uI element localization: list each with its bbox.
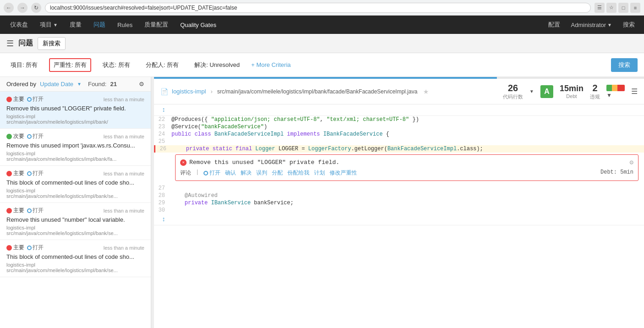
issue-header-2: 主要 打开 less than a minute	[6, 169, 144, 177]
search-button[interactable]: 搜索	[611, 58, 638, 72]
sort-label: Ordered by	[6, 81, 36, 87]
bookmark-button[interactable]: ☆	[606, 3, 616, 13]
open-label-1: 打开	[33, 132, 44, 140]
action-severity[interactable]: 修改严重性	[330, 169, 357, 177]
issue-item-3[interactable]: 主要 打开 less than a minute Remove this unu…	[0, 203, 151, 240]
issue-title-0: Remove this unused "LOGGER" private fiel…	[6, 105, 144, 112]
issue-item-0[interactable]: 主要 打开 less than a minute Remove this unu…	[0, 92, 151, 129]
sort-dropdown-icon: ▼	[77, 82, 82, 87]
action-assign[interactable]: 分配	[272, 169, 283, 177]
violations-stat: 2 违规	[590, 83, 600, 100]
nav-issues[interactable]: 问题	[88, 16, 111, 34]
issue-detail-panel: ✕ Remove this unused "LOGGER" private fi…	[175, 154, 638, 181]
nav-projects[interactable]: 项目 ▼	[34, 16, 63, 34]
forward-button[interactable]: →	[17, 3, 28, 13]
back-button[interactable]: ←	[4, 3, 14, 13]
path-separator: ›	[210, 88, 212, 95]
issue-panel-container: ✕ Remove this unused "LOGGER" private fi…	[154, 153, 644, 185]
issue-settings-icon[interactable]: ⚙	[630, 159, 633, 166]
issue-actions: 评论 | 打开 确认 解决 误判 分配 份配给我 计划 修改严重性 Debt: …	[180, 169, 633, 177]
line-num-23: 23	[154, 124, 170, 130]
action-comment[interactable]: 评论	[180, 169, 191, 177]
severity-tag-4: 主要	[6, 244, 24, 251]
filter-assignee[interactable]: 分配人: 所有	[142, 59, 183, 71]
nav-quality-gates-label: Quality Gates	[180, 22, 216, 28]
action-open[interactable]: 打开	[204, 169, 220, 177]
url-bar[interactable]	[45, 3, 591, 13]
rating-dropdown[interactable]: ▼	[606, 92, 625, 98]
issue-item-4[interactable]: 主要 打开 less than a minute This block of c…	[0, 240, 151, 277]
issue-tags-1: 次要 打开	[6, 132, 44, 140]
open-circle-icon	[204, 171, 208, 175]
severity-tag-1: 次要	[6, 132, 24, 140]
issue-tags-4: 主要 打开	[6, 244, 44, 251]
code-line-24: 24 public class BankFacadeServiceImpl im…	[154, 131, 644, 138]
nav-search[interactable]: 搜索	[618, 16, 639, 34]
issue-item-2[interactable]: 主要 打开 less than a minute This block of c…	[0, 166, 151, 203]
code-text-28: @Autowired	[170, 192, 644, 199]
code-text-29: private IBankService bankService;	[170, 200, 644, 206]
settings-icon[interactable]: ⚙	[139, 81, 144, 87]
issue-time-4: less than a minute	[104, 245, 144, 251]
open-label-3: 打开	[33, 207, 44, 214]
action-false-positive[interactable]: 误判	[256, 169, 267, 177]
issue-tags-2: 主要 打开	[6, 169, 44, 177]
nav-search-label: 搜索	[623, 21, 635, 29]
action-plan[interactable]: 计划	[314, 169, 325, 177]
expand-up-button[interactable]: ↕	[157, 106, 171, 114]
open-tag-1: 打开	[27, 132, 44, 140]
line-num-27: 27	[154, 185, 170, 191]
nav-admin[interactable]: Administrator ▼	[567, 16, 616, 34]
found-label: Found:	[88, 81, 106, 87]
issue-path-1: logistics-implsrc/main/java/com/meilele/…	[6, 151, 144, 162]
major-dot-icon-2	[6, 171, 12, 176]
open-label-2: 打开	[33, 169, 44, 177]
hamburger-icon[interactable]: ☰	[6, 38, 14, 49]
debt-stat: 15min Debt	[560, 84, 583, 99]
code-line-29: 29 private IBankService bankService;	[154, 199, 644, 207]
new-search-button[interactable]: 新搜索	[38, 37, 66, 50]
filter-project[interactable]: 项目: 所有	[6, 59, 42, 71]
expand-down-button[interactable]: ↕	[157, 216, 171, 223]
issues-list-header: Ordered by Update Date ▼ Found: 21 ⚙	[0, 77, 151, 92]
browser-bar: ← → ↻ ☰ ☆ □ ≡	[0, 0, 644, 16]
file-path: src/main/java/com/meilele/logistics/impl…	[217, 88, 418, 95]
nav-dashboard[interactable]: 仪表盘	[5, 16, 33, 34]
nav-config[interactable]: 配置	[544, 16, 565, 34]
lines-count: 26	[508, 82, 518, 93]
file-icon: 📄	[160, 88, 168, 95]
dropdown-icon-1[interactable]: ▼	[529, 89, 534, 94]
action-assign-to-me[interactable]: 份配给我	[287, 169, 309, 177]
rating-bar	[606, 85, 625, 91]
action-confirm[interactable]: 确认	[225, 169, 236, 177]
issue-item-1[interactable]: 次要 打开 less than a minute Remove this unu…	[0, 129, 151, 166]
window-button[interactable]: □	[618, 3, 628, 13]
favorite-star-icon[interactable]: ★	[423, 88, 429, 95]
code-view-panel: 📄 logistics-impl › src/main/java/com/mei…	[154, 77, 644, 328]
issue-tags-3: 主要 打开	[6, 207, 44, 214]
menu-button[interactable]: ≡	[630, 3, 640, 13]
kebab-menu-icon[interactable]: ☰	[631, 87, 638, 96]
reload-button[interactable]: ↻	[31, 3, 41, 13]
nav-quality-gates[interactable]: Quality Gates	[175, 16, 222, 34]
nav-measures[interactable]: 度量	[64, 16, 87, 34]
open-tag-4: 打开	[27, 244, 44, 251]
more-criteria-button[interactable]: + More Criteria	[251, 61, 291, 68]
issue-time-0: less than a minute	[104, 97, 144, 102]
sub-header: ☰ 问题 新搜索	[0, 34, 644, 53]
filter-status[interactable]: 状态: 所有	[99, 59, 134, 71]
action-resolve[interactable]: 解决	[241, 169, 252, 177]
severity-label-0: 主要	[13, 95, 24, 103]
nav-rules[interactable]: Rules	[112, 16, 138, 34]
extensions-button[interactable]: ☰	[594, 3, 605, 13]
rating-widget: ▼	[606, 85, 625, 98]
issue-title-4: This block of commented-out lines of cod…	[6, 253, 144, 260]
filter-severity[interactable]: 严重性: 所有	[49, 58, 91, 72]
filter-resolution[interactable]: 解决: Unresolved	[190, 59, 244, 71]
sort-value[interactable]: Update Date	[40, 81, 73, 87]
project-link[interactable]: logistics-impl	[172, 88, 206, 95]
lines-label: 代码行数	[503, 93, 523, 100]
open-label-4: 打开	[33, 244, 44, 251]
nav-quality-profiles[interactable]: 质量配置	[139, 16, 174, 34]
severity-label-3: 主要	[13, 207, 24, 214]
